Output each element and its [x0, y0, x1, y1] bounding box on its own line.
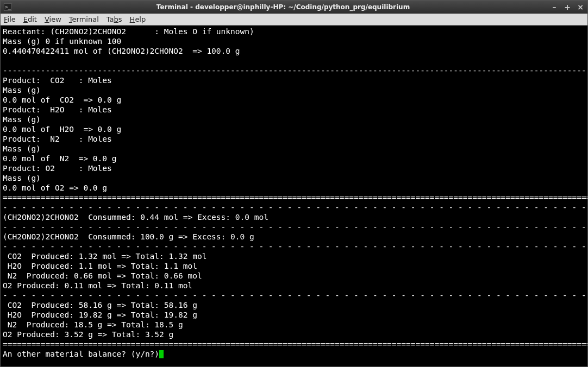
terminal-line: O2 Produced: 3.52 g => Total: 3.52 g — [3, 330, 173, 339]
menu-edit[interactable]: Edit — [23, 15, 37, 23]
terminal-line: - - - - - - - - - - - - - - - - - - - - … — [3, 291, 587, 300]
terminal-line: - - - - - - - - - - - - - - - - - - - - … — [3, 203, 587, 212]
terminal-line: (CH2ONO2)2CHONO2 Consummed: 0.44 mol => … — [3, 213, 268, 222]
terminal-line: - - - - - - - - - - - - - - - - - - - - … — [3, 242, 587, 251]
terminal-line: Product: CO2 : Moles — [3, 76, 112, 85]
window-titlebar: >_ Terminal - developper@inphilly-HP: ~/… — [1, 1, 587, 14]
terminal-line: Mass (g) — [3, 174, 41, 182]
close-button[interactable]: × — [577, 3, 584, 11]
terminal-output[interactable]: Reactant: (CH2ONO2)2CHONO2 : Moles O if … — [1, 26, 587, 367]
terminal-line: (CH2ONO2)2CHONO2 Consummed: 100.0 g => E… — [3, 232, 254, 241]
terminal-line: Mass (g) 0 if unknown 100 — [3, 37, 121, 46]
window-title: Terminal - developper@inphilly-HP: ~/Cod… — [16, 3, 551, 11]
window-controls: – + × — [551, 3, 584, 11]
terminal-line: O2 Produced: 0.11 mol => Total: 0.11 mol — [3, 281, 192, 290]
maximize-button[interactable]: + — [564, 3, 571, 11]
terminal-line: Reactant: (CH2ONO2)2CHONO2 : Moles O if … — [3, 27, 254, 36]
menu-terminal[interactable]: Terminal — [69, 15, 99, 23]
menubar: File Edit View Terminal Tabs Help — [1, 14, 587, 26]
terminal-line: 0.0 mol of N2 => 0.0 g — [3, 154, 117, 163]
menu-help[interactable]: Help — [130, 15, 146, 23]
terminal-line: CO2 Produced: 1.32 mol => Total: 1.32 mo… — [3, 252, 207, 261]
terminal-line: ----------------------------------------… — [3, 66, 587, 75]
terminal-line: Mass (g) — [3, 144, 41, 153]
terminal-line: Mass (g) — [3, 86, 41, 94]
cursor — [159, 350, 164, 358]
prompt-text: An other material balance? (y/n?) — [3, 350, 159, 358]
minimize-button[interactable]: – — [551, 3, 558, 11]
terminal-line: Product: H2O : Moles — [3, 105, 112, 114]
terminal-prompt-line: An other material balance? (y/n?) — [3, 350, 164, 358]
terminal-line: ========================================… — [3, 193, 587, 202]
terminal-line: 0.0 mol of H2O => 0.0 g — [3, 125, 121, 134]
terminal-line: N2 Produced: 0.66 mol => Total: 0.66 mol — [3, 271, 202, 280]
terminal-line: Product: N2 : Moles — [3, 135, 112, 143]
terminal-icon: >_ — [4, 3, 11, 11]
terminal-line: H2O Produced: 1.1 mol => Total: 1.1 mol — [3, 262, 197, 270]
terminal-line: Mass (g) — [3, 115, 41, 124]
terminal-line: 0.0 mol of O2 => 0.0 g — [3, 184, 107, 192]
terminal-line: N2 Produced: 18.5 g => Total: 18.5 g — [3, 320, 183, 329]
menu-tabs[interactable]: Tabs — [107, 15, 122, 23]
menu-file[interactable]: File — [4, 15, 16, 23]
terminal-line: ========================================… — [3, 340, 587, 349]
terminal-line: 0.440470422411 mol of (CH2ONO2)2CHONO2 =… — [3, 47, 240, 55]
svg-text:>_: >_ — [5, 4, 11, 10]
terminal-line: CO2 Produced: 58.16 g => Total: 58.16 g — [3, 301, 197, 309]
menu-view[interactable]: View — [45, 15, 61, 23]
terminal-line: H2O Produced: 19.82 g => Total: 19.82 g — [3, 311, 197, 319]
terminal-line: 0.0 mol of CO2 => 0.0 g — [3, 96, 121, 104]
terminal-line: Product: O2 : Moles — [3, 164, 112, 173]
terminal-line: - - - - - - - - - - - - - - - - - - - - … — [3, 223, 587, 231]
